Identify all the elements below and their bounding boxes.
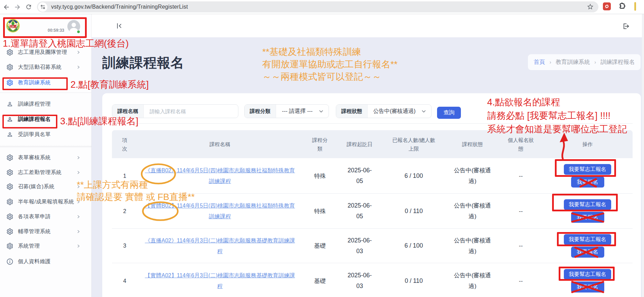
chevron-right-icon	[76, 50, 80, 55]
sidebar-item-training-system[interactable]: 教育訓練系統	[0, 75, 92, 90]
breadcrumb: 首頁 › 教育訓練系統 › 訓練課程報名	[528, 54, 641, 70]
register-for-volunteer-button[interactable]: 我要幫志工報名	[564, 269, 611, 280]
course-status: 公告中(審核通 過)	[454, 235, 491, 257]
register-self-button[interactable]: 我要報名	[571, 281, 604, 293]
register-self-button[interactable]: 我要報名	[571, 176, 604, 188]
sidebar-item-attendance[interactable]: 志工差勤管理系統	[0, 165, 92, 180]
chevron-down-icon	[319, 109, 324, 114]
course-count: 0 / 110	[405, 206, 423, 217]
course-category: 基礎	[314, 276, 326, 286]
bookmark-star-icon[interactable]	[587, 3, 594, 10]
sidebar-item-trainee-list[interactable]: 受訓學員名單	[0, 127, 92, 142]
course-date: 2025-06- 05	[348, 200, 372, 222]
table-row: 1 《直播B02》114年6月5日(四)桃園市志願服務社福類特殊教育 訓練課程 …	[112, 158, 633, 194]
gear-icon	[6, 79, 13, 86]
course-date: 2025-06- 05	[348, 165, 372, 186]
logout-icon[interactable]	[622, 22, 630, 30]
table-row: 4 【實體A02】114年6月3日(二)桃園市志願服務基礎教育訓練課 程 基礎 …	[112, 263, 633, 297]
row-index: 1	[123, 171, 126, 181]
col-category: 課程分 類	[312, 136, 328, 153]
sidebar-divider	[0, 93, 92, 93]
sidebar-item-volunteer-mgmt[interactable]: 志工運用及團隊管理	[0, 45, 92, 60]
breadcrumb-mid: 教育訓練系統	[556, 58, 590, 66]
register-for-volunteer-button[interactable]: 我要幫志工報名	[564, 199, 611, 210]
course-link[interactable]: 【實體B02】114年6月5日(四)桃園市志願服務社福類特殊教育 訓練課程	[145, 200, 295, 222]
site-info-icon[interactable]	[38, 2, 47, 12]
col-operations: 操作	[583, 140, 593, 148]
table-header-row: 項 次 課程名稱 課程分 類 課程起訖日 已報名人數/總人數 上限 課程狀態 個…	[112, 130, 633, 158]
page-scrollbar[interactable]	[642, 14, 644, 297]
sidebar-shadow	[0, 146, 92, 147]
sidebar: 桃園 00:59:33 志工運用及團隊管理 大型活動召募系統 教育訓練系統 訓練…	[0, 14, 92, 297]
col-personal-status: 個人報名狀 態	[508, 136, 534, 153]
course-category-select[interactable]: --- 請選擇 ---	[276, 108, 319, 115]
course-link[interactable]: 《直播A02》114年6月3日(二)桃園市志願服務基礎教育訓練課 程	[145, 235, 295, 257]
register-self-button[interactable]: 我要報名	[571, 247, 604, 258]
gear-icon	[6, 64, 13, 71]
course-count: 6 / 100	[405, 240, 423, 251]
course-category: 基礎	[314, 240, 326, 251]
sidebar-collapse-icon[interactable]	[116, 23, 123, 29]
avatar[interactable]	[67, 20, 80, 33]
sidebar-header: 桃園 00:59:33	[0, 14, 92, 38]
personal-status: --	[519, 240, 523, 251]
extensions-puzzle-icon[interactable]	[618, 2, 625, 9]
personal-status: --	[519, 206, 523, 217]
sidebar-item-profile[interactable]: 個人資料維護	[0, 254, 92, 269]
register-self-button[interactable]: 我要報名	[571, 212, 604, 223]
taoyuan-logo: 桃園	[6, 19, 20, 32]
chevron-right-icon	[76, 214, 80, 219]
page-title: 訓練課程報名	[102, 54, 184, 72]
course-link[interactable]: 【實體A02】114年6月3日(二)桃園市志願服務基礎教育訓練課 程	[145, 270, 295, 291]
breadcrumb-separator-icon: ›	[550, 59, 551, 65]
browser-reload-icon[interactable]	[24, 2, 33, 11]
table-row: 3 《直播A02》114年6月3日(二)桃園市志願服務基礎教育訓練課 程 基礎 …	[112, 229, 633, 263]
course-name-label: 課程名稱	[112, 105, 144, 118]
person-icon	[6, 100, 13, 108]
course-status: 公告中(審核通 過)	[454, 165, 491, 186]
search-button[interactable]: 查詢	[437, 107, 461, 119]
course-count: 0 / 110	[405, 276, 423, 286]
course-name-input[interactable]	[150, 108, 238, 114]
gear-icon	[6, 169, 13, 176]
sidebar-item-counseling[interactable]: 輔導管理系統	[0, 224, 92, 239]
course-category: 特殊	[314, 206, 326, 217]
chevron-right-icon	[76, 229, 80, 234]
sidebar-item-course-mgmt[interactable]: 訓練課程管理	[0, 97, 92, 112]
session-timer: 00:59:33	[44, 28, 64, 33]
gear-icon	[6, 49, 13, 56]
row-index: 4	[123, 276, 126, 286]
table-row: 2 【實體B02】114年6月5日(四)桃園市志願服務社福類特殊教育 訓練課程 …	[112, 194, 633, 229]
chevron-right-icon	[76, 200, 80, 204]
register-for-volunteer-button[interactable]: 我要幫志工報名	[564, 234, 611, 245]
course-category: 特殊	[314, 171, 326, 181]
chevron-right-icon	[76, 155, 80, 160]
course-status: 公告中(審核通 過)	[454, 270, 491, 291]
sidebar-item-recruit-match[interactable]: 召募(媒合)系統	[0, 179, 92, 194]
sidebar-item-event-recruit[interactable]: 大型活動召募系統	[0, 60, 92, 75]
extension-red-icon[interactable]	[603, 2, 611, 10]
chevron-right-icon	[76, 184, 80, 189]
sidebar-item-system-mgmt[interactable]: 系統管理	[0, 239, 92, 253]
course-status-select[interactable]: 公告中(審核通過)	[368, 108, 421, 115]
browser-forward-icon[interactable]	[13, 2, 22, 11]
course-date: 2025-06- 03	[348, 235, 372, 257]
url-text[interactable]: vsty.tycg.gov.tw/Backend/Training/Traini…	[51, 4, 188, 10]
course-count: 6 / 100	[405, 171, 423, 181]
breadcrumb-home-link[interactable]: 首頁	[534, 58, 545, 66]
sidebar-item-form-apply[interactable]: 各項表單申請	[0, 209, 92, 224]
sidebar-item-course-register[interactable]: 訓練課程報名	[0, 112, 92, 127]
register-for-volunteer-button[interactable]: 我要幫志工報名	[564, 164, 611, 175]
sidebar-item-semiannual-report[interactable]: 半年報/成果報填報系統	[0, 194, 92, 209]
personal-status: --	[519, 276, 523, 286]
course-category-filter: 課程分類 --- 請選擇 ---	[244, 104, 329, 118]
browser-toolbar: vsty.tycg.gov.tw/Backend/Training/Traini…	[0, 0, 644, 14]
browser-back-icon[interactable]	[2, 2, 11, 11]
browser-profile-strip[interactable]	[634, 2, 636, 11]
address-bar[interactable]: vsty.tycg.gov.tw/Backend/Training/Traini…	[37, 1, 598, 12]
gear-icon	[6, 242, 13, 250]
personal-status: --	[519, 171, 523, 181]
sidebar-item-form-review[interactable]: 表單審核系統	[0, 150, 92, 165]
app-topbar	[92, 14, 644, 37]
course-link[interactable]: 《直播B02》114年6月5日(四)桃園市志願服務社福類特殊教育 訓練課程	[145, 165, 295, 186]
